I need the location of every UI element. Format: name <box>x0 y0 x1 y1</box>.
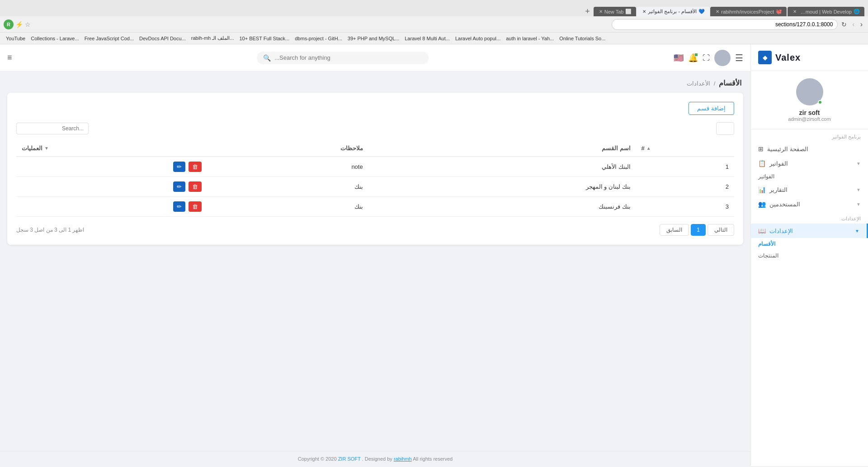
browser-ext-btn[interactable]: ⚡ <box>15 21 23 28</box>
header-expand-btn[interactable]: ⛶ <box>703 54 710 62</box>
row2-edit-btn[interactable]: ✏ <box>173 181 185 192</box>
prev-page-btn[interactable]: السابق <box>660 224 689 236</box>
sidebar-invoices-sublabel: الفواتير <box>758 173 774 180</box>
bookmark-auth[interactable]: auth in laravel - Yah... <box>504 35 556 42</box>
tab2-close[interactable]: ✕ <box>716 9 719 14</box>
row1-num: 1 <box>636 157 734 177</box>
sidebar-logo: Valex ◆ <box>751 44 868 71</box>
search-input[interactable] <box>274 54 410 61</box>
sidebar-sub-item-products[interactable]: المنتجات <box>751 250 868 262</box>
sidebar-logo-text: Valex <box>775 52 801 63</box>
browser-bookmark-btn[interactable]: ☆ <box>25 21 31 28</box>
sidebar-sections-sublabel: الأقسام <box>758 241 775 247</box>
row2-delete-btn[interactable]: 🗑 <box>189 181 202 192</box>
browser-tab-1[interactable]: 🌐 Rabih Mahmoud | Web Develop... ✕ <box>788 7 864 16</box>
breadcrumb: الأقسام / الأعدادات <box>7 79 743 87</box>
browser-url-bar-wrapper <box>612 19 838 30</box>
row1-ops: 🗑 ✏ <box>16 157 207 177</box>
footer-designer-link[interactable]: rabihmh <box>394 456 412 462</box>
bookmark-tutorials[interactable]: Online Tutorials So... <box>557 35 608 42</box>
tab3-close[interactable]: ✕ <box>642 9 646 14</box>
sidebar-username: zir soft <box>758 109 861 116</box>
new-tab-button[interactable]: + <box>582 7 593 16</box>
next-page-btn[interactable]: التالي <box>708 224 734 236</box>
bookmark-youtube[interactable]: YouTube <box>4 35 28 42</box>
sidebar-settings-group-label: الإعدادات <box>769 228 793 234</box>
row3-delete-btn[interactable]: 🗑 <box>189 201 202 212</box>
browser-back-btn[interactable]: ‹ <box>859 19 864 29</box>
bookmark-fullstack[interactable]: 10+ BEST Full Stack... <box>237 35 292 42</box>
row2-name: بنك لبنان و المهجر <box>368 177 636 197</box>
browser-tab-4[interactable]: ⬜ New Tab ✕ <box>594 7 637 16</box>
header-avatar <box>714 50 731 66</box>
app-layout: Valex ◆ zir soft admin@zirsoft.com برنام… <box>0 44 868 466</box>
card-header: إضافة قسم <box>16 102 734 115</box>
breadcrumb-root: الأعدادات <box>687 80 710 87</box>
header-search-wrapper: 🔍 <box>17 52 669 64</box>
row1-notes: note <box>207 157 368 177</box>
sidebar-item-users-group[interactable]: ▼ المستخدمين 👥 <box>751 197 868 211</box>
footer-brand: ZIR SOFT <box>338 456 361 462</box>
top-header: ☰ ⛶ 🔔 🇺🇸 🔍 ≡ <box>0 44 750 71</box>
browser-refresh-btn[interactable]: ↻ <box>840 20 849 29</box>
sidebar-avatar <box>796 78 823 105</box>
browser-tab-2[interactable]: 🐙 rabihmh/invoicesProject ✕ <box>710 7 787 16</box>
sidebar-users-icon: 👥 <box>758 200 766 208</box>
sidebar-item-reports-group[interactable]: ▼ التقارير 📊 <box>751 182 868 197</box>
browser-tab-3[interactable]: 💙 الأقسام - برنامج الفواتير ✕ <box>637 7 709 16</box>
table-search-input[interactable] <box>16 123 89 134</box>
row1-delete-btn[interactable]: 🗑 <box>189 162 202 172</box>
row2-notes: بنك <box>207 177 368 197</box>
tab1-favicon: 🌐 <box>854 9 860 14</box>
header-lines-btn[interactable]: ≡ <box>7 53 12 62</box>
row1-name: البنك الأهلي <box>368 157 636 177</box>
col-header-ops: ▼ العمليات <box>16 140 207 157</box>
sidebar-reports-icon: 📊 <box>758 186 766 193</box>
row3-ops: 🗑 ✏ <box>16 197 207 217</box>
header-menu-btn[interactable]: ☰ <box>735 52 743 63</box>
browser-user-btn[interactable]: R <box>4 19 14 29</box>
sidebar-item-home[interactable]: الصفحة الرئيسية ⊞ <box>751 142 868 156</box>
sidebar-products-sublabel: المنتجات <box>758 253 778 259</box>
bookmark-collections[interactable]: Collections - Larave... <box>28 35 81 42</box>
sidebar-reports-chevron: ▼ <box>856 187 861 192</box>
bookmark-rabih[interactable]: rabih-mh الملف الـ... <box>189 34 236 42</box>
sidebar-settings-icon: 📖 <box>758 227 766 234</box>
right-panel: ☰ ⛶ 🔔 🇺🇸 🔍 ≡ الأقسام / الأعدادات <box>0 44 750 466</box>
col-notes-label: ملاحظات <box>340 145 363 152</box>
sidebar-item-invoices-group[interactable]: ▼ الفواتير 📋 <box>751 156 868 171</box>
bookmark-laravel8[interactable]: Laravel 8 Multi Aut... <box>402 35 452 42</box>
sidebar-sub-item-sections[interactable]: الأقسام <box>751 238 868 250</box>
col-ops-sort-icon: ▼ <box>44 146 49 151</box>
tab2-label: rabihmh/invoicesProject <box>721 9 774 14</box>
sidebar-invoices-icon: 📋 <box>758 160 766 167</box>
sidebar-settings-chevron: ▼ <box>855 229 859 234</box>
sidebar-home-label: الصفحة الرئيسية <box>767 146 808 152</box>
column-visibility-btn[interactable] <box>716 122 734 135</box>
bookmark-php[interactable]: 39+ PHP and MySQL... <box>345 35 401 42</box>
tab1-close[interactable]: ✕ <box>793 9 797 14</box>
tab4-close[interactable]: ✕ <box>599 9 603 14</box>
page-1-btn[interactable]: 1 <box>691 224 706 236</box>
search-input-container: 🔍 <box>257 52 429 64</box>
bookmark-js[interactable]: Free JavaScript Cod... <box>82 35 136 42</box>
bookmark-laravel-auto[interactable]: Laravel Auto popul... <box>453 35 503 42</box>
pagination-info: اظهر 1 الى 3 من اصل 3 سجل <box>16 227 84 233</box>
sidebar-section-invoices-label: برنامج الفواتير <box>751 129 868 142</box>
sidebar-invoices-chevron: ▼ <box>856 161 861 166</box>
tab1-label: Rabih Mahmoud | Web Develop... <box>798 9 852 14</box>
browser-forward-btn[interactable]: › <box>850 19 856 29</box>
main-content: الأقسام / الأعدادات إضافة قسم <box>0 71 750 451</box>
tab3-label: الأقسام - برنامج الفواتير <box>648 9 697 14</box>
row3-edit-btn[interactable]: ✏ <box>173 201 185 212</box>
sidebar-sub-item-invoices[interactable]: الفواتير <box>751 171 868 182</box>
bookmark-dbms[interactable]: dbms-project - GitH... <box>292 35 344 42</box>
sidebar-item-settings-group[interactable]: ▼ الإعدادات 📖 <box>751 224 868 238</box>
browser-url-input[interactable] <box>612 19 838 30</box>
bookmark-devdocs[interactable]: DevDocs API Docu... <box>137 35 188 42</box>
row1-edit-btn[interactable]: ✏ <box>173 162 185 172</box>
search-icon: 🔍 <box>263 54 271 62</box>
add-section-button[interactable]: إضافة قسم <box>689 102 734 115</box>
header-notif-btn[interactable]: 🔔 <box>688 53 698 63</box>
breadcrumb-separator: / <box>714 80 716 87</box>
